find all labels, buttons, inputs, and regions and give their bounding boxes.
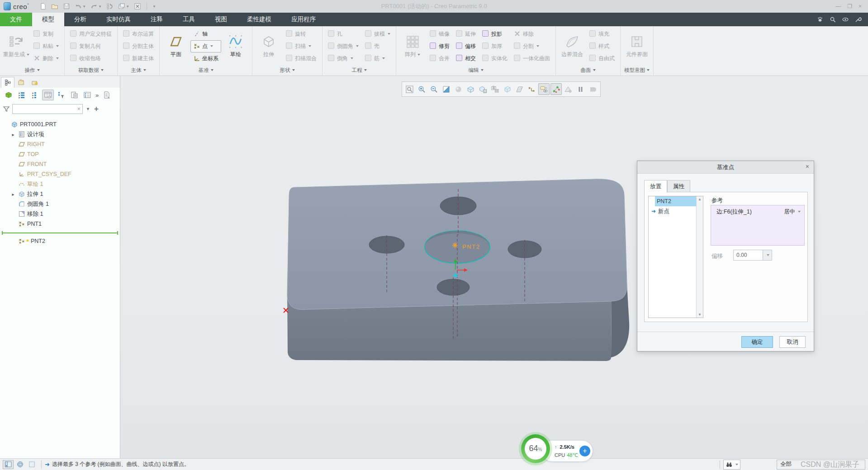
redo-button[interactable]: ▼ [89, 2, 103, 11]
save-button[interactable] [62, 2, 71, 11]
style-button[interactable]: 样式 [587, 40, 617, 52]
paste-button[interactable]: 粘贴 [31, 40, 62, 52]
tab-柔性建模[interactable]: 柔性建模 [237, 13, 281, 26]
ribbon-group-label-model-intent[interactable]: 模型意图 [621, 65, 653, 75]
point-list-item-new[interactable]: ➜ 新点 [649, 206, 696, 216]
tab-工具[interactable]: 工具 [173, 13, 205, 26]
tab-文件[interactable]: 文件 [0, 13, 32, 26]
tree-item-PNT1[interactable]: PNT1 [0, 219, 120, 229]
tree-item-PRT_CSYS_DEF[interactable]: PRT_CSYS_DEF [0, 169, 120, 179]
tab-placement[interactable]: 放置 [644, 180, 667, 193]
insert-here-line[interactable] [2, 233, 118, 233]
split-button[interactable]: 分割 [511, 40, 553, 52]
round-button[interactable]: 倒圆角 [325, 40, 361, 52]
draft-button[interactable]: 拔模 [362, 28, 393, 40]
plane-button[interactable]: 平面 [162, 27, 190, 65]
minimize-icon[interactable]: — [835, 4, 841, 9]
project-button[interactable]: 投影 [479, 28, 510, 40]
selection-filter-combo[interactable]: 全部 CSDN @山涧果子 [777, 460, 865, 470]
tree-nodes-button[interactable] [3, 90, 14, 100]
solidify-button[interactable]: 实体化 [479, 52, 510, 65]
ribbon-group-label-editing[interactable]: 编辑 [396, 65, 555, 75]
swept-blend-button[interactable]: 扫描混合 [283, 52, 319, 65]
expander-icon[interactable]: ▸ [10, 132, 16, 137]
ribbon-group-label-engineering[interactable]: 工程 [323, 65, 396, 75]
dialog-close-icon[interactable]: × [806, 163, 809, 170]
open-file-button[interactable] [50, 2, 60, 11]
sweep-button[interactable]: 扫描 [283, 40, 319, 52]
tree-columns-button[interactable] [42, 90, 54, 100]
sketch-button[interactable]: 草绘 [222, 27, 249, 65]
scroll-down-icon[interactable]: ▼ [697, 313, 703, 317]
offset-dropdown[interactable] [763, 250, 772, 260]
coordinate-system-button[interactable]: 坐标系 [190, 52, 221, 65]
search-options-caret-icon[interactable]: ▼ [85, 107, 91, 111]
tree-search-field[interactable] [13, 104, 82, 114]
new-body-button[interactable]: 新建主体 [120, 52, 157, 65]
ribbon-group-label-datum[interactable]: 基准 [160, 65, 252, 75]
favorites-tab[interactable] [28, 77, 42, 88]
window-switch-button[interactable]: ▼ [117, 2, 131, 11]
boolean-operations-button[interactable]: 布尔运算 [120, 28, 157, 40]
hole-button[interactable]: 孔 [325, 28, 361, 40]
clear-search-icon[interactable]: × [77, 105, 81, 112]
tree-filter-button[interactable] [55, 90, 67, 100]
folder-browser-tab[interactable] [14, 77, 28, 88]
search-icon[interactable] [829, 16, 836, 23]
references-list[interactable]: 边:F6(拉伸_1) 居中 [711, 205, 805, 246]
cancel-button[interactable]: 取消 [779, 336, 806, 348]
axis-button[interactable]: 轴 [190, 28, 221, 40]
placeholder-button[interactable] [26, 460, 37, 469]
tab-视图[interactable]: 视图 [205, 13, 237, 26]
tree-copy-button[interactable] [68, 90, 80, 100]
trim-button[interactable]: 修剪 [427, 40, 452, 52]
overflow-icon[interactable]: » [95, 92, 100, 99]
dialog-title-bar[interactable]: 基准点 × [637, 161, 814, 174]
model-tree-tab[interactable] [1, 77, 14, 88]
thicken-button[interactable]: 加厚 [479, 40, 510, 52]
ribbon-group-label-surfaces[interactable]: 曲面 [556, 65, 620, 75]
reference-row[interactable]: 边:F6(拉伸_1) 居中 [711, 205, 804, 217]
find-button[interactable] [723, 460, 740, 470]
rib-button[interactable]: 筋 [362, 52, 393, 65]
paw-icon[interactable] [816, 16, 824, 23]
tree-item-倒圆角-1[interactable]: 倒圆角 1 [0, 199, 120, 209]
tree-search-input[interactable]: × [12, 104, 83, 114]
copy-button[interactable]: 复制 [31, 28, 62, 40]
point-list-item-pnt2[interactable]: PNT2 [655, 196, 696, 206]
user-defined-feature-button[interactable]: 用户定义特征 [67, 28, 114, 40]
shrinkwrap-button[interactable]: 收缩包络 [67, 52, 114, 65]
offset-value[interactable]: 0.00 [734, 250, 763, 260]
boundary-blend-button[interactable]: 边界混合 [559, 27, 586, 65]
quilt-button[interactable]: 一体化曲面 [511, 52, 553, 65]
chamfer-button[interactable]: 倒角 [325, 52, 361, 65]
customize-toolbar-button[interactable]: ▼ [151, 4, 157, 9]
split-body-button[interactable]: 分割主体 [120, 40, 157, 52]
model-player-button[interactable] [105, 2, 115, 11]
merge-button[interactable]: 合并 [427, 52, 452, 65]
undo-button[interactable]: ▼ [73, 2, 87, 11]
tab-注释[interactable]: 注释 [141, 13, 173, 26]
graphics-toolbar-button[interactable] [3, 460, 14, 469]
pattern-button[interactable]: 阵列 [399, 27, 426, 65]
close-icon[interactable]: × [859, 4, 862, 9]
collapse-all-button[interactable] [29, 90, 41, 100]
memory-gauge-ring[interactable]: 64 % [521, 434, 550, 463]
plus-button[interactable]: + [579, 446, 590, 456]
ok-button[interactable]: 确定 [741, 336, 773, 348]
delete-button[interactable]: 删除 [31, 52, 62, 65]
tab-properties[interactable]: 属性 [667, 180, 690, 193]
freestyle-button[interactable]: 自由式 [587, 52, 617, 65]
point-list-scrollbar[interactable]: ▲ ▼ [696, 196, 703, 318]
ribbon-group-label-operations[interactable]: 操作 [0, 65, 64, 75]
tab-分析[interactable]: 分析 [64, 13, 96, 26]
close-window-button[interactable] [133, 2, 142, 11]
tree-item-FRONT[interactable]: FRONT [0, 159, 120, 169]
extrude-button[interactable]: 拉伸 [255, 27, 282, 65]
scroll-up-icon[interactable]: ▲ [697, 197, 703, 201]
offset-combo[interactable]: 0.00 [733, 250, 772, 261]
new-file-button[interactable] [38, 2, 48, 11]
copy-geometry-button[interactable]: 复制几何 [67, 40, 114, 52]
point-button[interactable]: 点 [190, 40, 221, 52]
ribbon-group-label-bodies[interactable]: 主体 [118, 65, 159, 75]
